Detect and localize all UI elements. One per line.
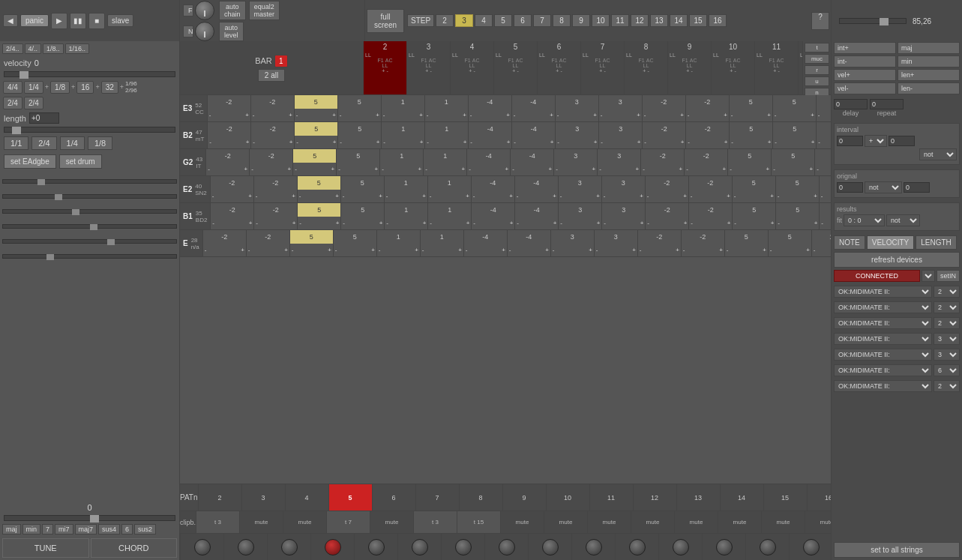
- pattern-cell-10[interactable]: 10: [547, 484, 590, 511]
- device-select-7[interactable]: OK:MIDIMATE II:: [834, 380, 932, 392]
- note-cell-b2-11[interactable]: -2-+: [643, 122, 686, 148]
- note-cell-b2-4[interactable]: 5-+: [338, 122, 382, 148]
- u-toggle[interactable]: u: [805, 76, 829, 86]
- pattern-cell-9[interactable]: 9: [503, 484, 547, 511]
- len-plus-button[interactable]: len+: [898, 69, 960, 81]
- note-24[interactable]: 2/4: [31, 136, 56, 150]
- knob-cell-5[interactable]: [355, 534, 398, 560]
- knob-cell-6[interactable]: [398, 534, 442, 560]
- tab-velocity[interactable]: VELOCITY: [867, 235, 914, 250]
- pattern-cell-6[interactable]: 6: [373, 484, 416, 511]
- step-3[interactable]: 3: [455, 14, 473, 27]
- note-cell-b1-5[interactable]: 1-+: [385, 203, 428, 229]
- mute-cell-1[interactable]: t 3: [196, 511, 240, 533]
- note-cell-e3-12[interactable]: -2-+: [686, 95, 730, 121]
- rewind-icon[interactable]: ◀: [3, 14, 18, 27]
- mute-cell-2[interactable]: mute: [240, 511, 283, 533]
- note-cell-b1-13[interactable]: 5-+: [733, 203, 776, 229]
- device-select-2[interactable]: OK:MIDIMATE II:: [834, 301, 932, 313]
- knob-cell-7[interactable]: [442, 534, 485, 560]
- note-cell-b2-8[interactable]: -4-+: [512, 122, 556, 148]
- note-cell-b2-5[interactable]: 1-+: [382, 122, 425, 148]
- chord-button[interactable]: CHORD: [91, 538, 178, 558]
- fit-select[interactable]: 0 : 0: [844, 214, 885, 226]
- note-cell-g2-10[interactable]: 3-+: [598, 149, 641, 175]
- note-cell-e3-14[interactable]: 5-+: [773, 95, 817, 121]
- note-cell-b2-7[interactable]: -4-+: [469, 122, 512, 148]
- note-cell-g2-5[interactable]: 1-+: [380, 149, 424, 175]
- device-select-3[interactable]: OK:MIDIMATE II:: [834, 317, 932, 329]
- knob-cell-14[interactable]: [746, 534, 790, 560]
- bar-cell-9[interactable]: 9 LL F1AC LL +-: [668, 41, 712, 94]
- knob-cell-3[interactable]: [268, 534, 311, 560]
- step-11[interactable]: 11: [611, 14, 629, 27]
- bar-all-button[interactable]: 2 all: [258, 69, 285, 82]
- interval-val1-input[interactable]: [837, 136, 863, 146]
- auto-chain-button[interactable]: autochain: [219, 1, 246, 20]
- note-cell-e2-4[interactable]: 5-+: [341, 176, 385, 202]
- tune-button[interactable]: TUNE: [2, 538, 89, 558]
- note-cell-e2-13[interactable]: 5-+: [733, 176, 776, 202]
- pattern-cell-14[interactable]: 14: [721, 484, 764, 511]
- note-cell-e3-13[interactable]: 5-+: [730, 95, 773, 121]
- mute-cell-8[interactable]: mute: [501, 511, 544, 533]
- pause-button[interactable]: ▮▮: [70, 13, 86, 29]
- mute-cell-12[interactable]: mute: [675, 511, 718, 533]
- chord-mi7[interactable]: mi7: [55, 524, 73, 535]
- mute-cell-15[interactable]: mute: [805, 511, 831, 533]
- device-num-4[interactable]: 3: [934, 333, 960, 345]
- mute-cell-5[interactable]: mute: [370, 511, 414, 533]
- auto-level-button[interactable]: autolevel: [219, 22, 244, 41]
- device-select-4[interactable]: OK:MIDIMATE II:: [834, 333, 932, 345]
- chord-sus2[interactable]: sus2: [134, 524, 156, 535]
- note-cell-g2-6[interactable]: 1-+: [424, 149, 467, 175]
- knob-3[interactable]: [281, 539, 298, 556]
- note-cell-e2-7[interactable]: -4-+: [472, 176, 515, 202]
- vel-plus-button[interactable]: vel+: [834, 69, 896, 81]
- note-cell-g2-3[interactable]: 5-+: [293, 149, 337, 175]
- note-cell-g2-12[interactable]: -2-+: [685, 149, 728, 175]
- slave-button[interactable]: slave: [107, 14, 133, 27]
- note-cell-e2-11[interactable]: -2-+: [646, 176, 689, 202]
- string-slider-track-3[interactable]: [2, 209, 177, 214]
- pattern-cell-12[interactable]: 12: [634, 484, 677, 511]
- note-cell-e-6[interactable]: 1-+: [421, 230, 464, 256]
- bar-cell-10[interactable]: 10 LL F1AC LL +-: [712, 41, 755, 94]
- length-input[interactable]: [29, 112, 59, 124]
- knob-14[interactable]: [760, 539, 776, 556]
- note-cell-b2-10[interactable]: 3-+: [599, 122, 643, 148]
- mute-cell-10[interactable]: mute: [588, 511, 631, 533]
- pattern-cell-3[interactable]: 3: [242, 484, 286, 511]
- note-cell-e2-6[interactable]: 1-+: [428, 176, 472, 202]
- t-toggle[interactable]: t: [805, 43, 829, 52]
- repeat-input[interactable]: [870, 99, 904, 109]
- note-cell-e3-6[interactable]: 1-+: [425, 95, 469, 121]
- note-cell-e2-8[interactable]: -4-+: [515, 176, 559, 202]
- note-cell-g2-8[interactable]: -4-+: [511, 149, 554, 175]
- not-select[interactable]: not: [919, 148, 957, 160]
- bar-cell-2[interactable]: 2 LL F1AC LL +-: [364, 41, 407, 94]
- note-cell-e2-5[interactable]: 1-+: [385, 176, 428, 202]
- mute-cell-4[interactable]: t 7: [327, 511, 370, 533]
- mute-cell-14[interactable]: mute: [762, 511, 805, 533]
- note-cell-e2-15[interactable]: 17-+: [820, 176, 831, 202]
- knob-4[interactable]: [325, 539, 341, 556]
- note-cell-e3-15[interactable]: 17-+: [817, 95, 831, 121]
- note-cell-b2-14[interactable]: 5-+: [773, 122, 817, 148]
- note-cell-b1-8[interactable]: -4-+: [515, 203, 559, 229]
- string-slider-track-1[interactable]: [2, 179, 177, 184]
- note-cell-e-9[interactable]: 3-+: [551, 230, 595, 256]
- knob-cell-4[interactable]: [311, 534, 355, 560]
- pattern-cell-5[interactable]: 5: [329, 484, 373, 511]
- orignal-not-select[interactable]: not: [865, 181, 902, 193]
- note-cell-g2-14[interactable]: 5-+: [772, 149, 815, 175]
- note-cell-e3-2[interactable]: -2-+: [251, 95, 295, 121]
- note-cell-b2-1[interactable]: -2-+: [208, 122, 251, 148]
- panic-button[interactable]: panic: [20, 14, 49, 27]
- note-cell-e2-14[interactable]: 5-+: [776, 176, 820, 202]
- note-cell-b2-15[interactable]: 17-+: [817, 122, 831, 148]
- mute-cell-11[interactable]: mute: [631, 511, 675, 533]
- pattern-cell-4[interactable]: 4: [286, 484, 329, 511]
- orignal-val2-input[interactable]: [904, 182, 930, 193]
- note-cell-b2-12[interactable]: -2-+: [686, 122, 730, 148]
